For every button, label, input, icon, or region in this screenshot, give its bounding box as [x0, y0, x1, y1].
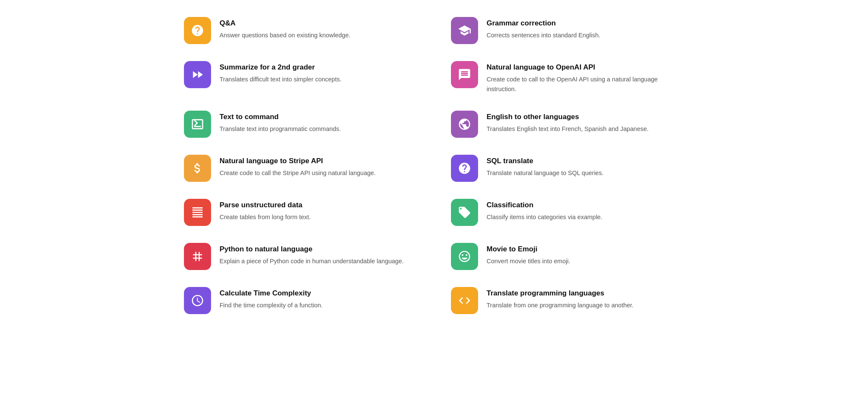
tag-icon [451, 199, 478, 226]
graduation-icon [451, 17, 478, 44]
item-desc-parse: Create tables from long form text. [220, 212, 417, 222]
item-desc-grammar: Corrects sentences into standard English… [487, 31, 684, 40]
item-sql[interactable]: SQL translate Translate natural language… [451, 155, 684, 182]
item-text-python: Python to natural language Explain a pie… [220, 243, 417, 266]
item-text-sql: SQL translate Translate natural language… [487, 155, 684, 178]
item-desc-english-languages: Translates English text into French, Spa… [487, 124, 684, 134]
item-title-natural-openai: Natural language to OpenAI API [487, 63, 684, 72]
item-english-languages[interactable]: English to other languages Translates En… [451, 111, 684, 138]
dollar-icon [184, 155, 211, 182]
item-text-classification: Classification Classify items into categ… [487, 199, 684, 222]
globe-icon [451, 111, 478, 138]
item-title-summarize: Summarize for a 2nd grader [220, 63, 417, 72]
item-desc-movie-emoji: Convert movie titles into emoji. [487, 256, 684, 266]
item-text-natural-openai: Natural language to OpenAI API Create co… [487, 61, 684, 94]
item-desc-classification: Classify items into categories via examp… [487, 212, 684, 222]
item-desc-time-complexity: Find the time complexity of a function. [220, 301, 417, 310]
question-icon [451, 155, 478, 182]
item-text-text-command: Text to command Translate text into prog… [220, 111, 417, 134]
item-qa[interactable]: Q&A Answer questions based on existing k… [184, 17, 417, 44]
item-title-translate-lang: Translate programming languages [487, 289, 684, 298]
terminal-icon [184, 111, 211, 138]
item-desc-natural-stripe: Create code to call the Stripe API using… [220, 168, 417, 178]
question-icon [184, 17, 211, 44]
item-title-parse: Parse unstructured data [220, 200, 417, 210]
item-desc-natural-openai: Create code to call to the OpenAI API us… [487, 75, 684, 94]
item-text-english-languages: English to other languages Translates En… [487, 111, 684, 134]
item-desc-text-command: Translate text into programmatic command… [220, 124, 417, 134]
clock-icon [184, 287, 211, 314]
item-text-natural-stripe: Natural language to Stripe API Create co… [220, 155, 417, 178]
item-text-grammar: Grammar correction Corrects sentences in… [487, 17, 684, 40]
item-title-sql: SQL translate [487, 156, 684, 166]
item-title-movie-emoji: Movie to Emoji [487, 245, 684, 254]
smile-icon [451, 243, 478, 270]
item-text-time-complexity: Calculate Time Complexity Find the time … [220, 287, 417, 310]
item-natural-stripe[interactable]: Natural language to Stripe API Create co… [184, 155, 417, 182]
item-python[interactable]: Python to natural language Explain a pie… [184, 243, 417, 270]
item-desc-qa: Answer questions based on existing knowl… [220, 31, 417, 40]
item-desc-translate-lang: Translate from one programming language … [487, 301, 684, 310]
item-text-translate-lang: Translate programming languages Translat… [487, 287, 684, 310]
item-title-classification: Classification [487, 200, 684, 210]
item-text-movie-emoji: Movie to Emoji Convert movie titles into… [487, 243, 684, 266]
item-movie-emoji[interactable]: Movie to Emoji Convert movie titles into… [451, 243, 684, 270]
item-title-english-languages: English to other languages [487, 112, 684, 122]
item-text-summarize: Summarize for a 2nd grader Translates di… [220, 61, 417, 84]
item-grammar[interactable]: Grammar correction Corrects sentences in… [451, 17, 684, 44]
item-title-text-command: Text to command [220, 112, 417, 122]
code-icon [451, 287, 478, 314]
item-text-parse: Parse unstructured data Create tables fr… [220, 199, 417, 222]
item-text-command[interactable]: Text to command Translate text into prog… [184, 111, 417, 138]
item-time-complexity[interactable]: Calculate Time Complexity Find the time … [184, 287, 417, 314]
item-title-natural-stripe: Natural language to Stripe API [220, 156, 417, 166]
item-title-python: Python to natural language [220, 245, 417, 254]
item-desc-summarize: Translates difficult text into simpler c… [220, 75, 417, 84]
item-text-qa: Q&A Answer questions based on existing k… [220, 17, 417, 40]
item-natural-openai[interactable]: Natural language to OpenAI API Create co… [451, 61, 684, 94]
item-title-grammar: Grammar correction [487, 19, 684, 28]
table-icon [184, 199, 211, 226]
item-parse[interactable]: Parse unstructured data Create tables fr… [184, 199, 417, 226]
item-translate-lang[interactable]: Translate programming languages Translat… [451, 287, 684, 314]
item-title-time-complexity: Calculate Time Complexity [220, 289, 417, 298]
items-grid: Q&A Answer questions based on existing k… [184, 17, 684, 314]
main-content: Q&A Answer questions based on existing k… [159, 8, 709, 393]
item-classification[interactable]: Classification Classify items into categ… [451, 199, 684, 226]
item-summarize[interactable]: Summarize for a 2nd grader Translates di… [184, 61, 417, 94]
item-title-qa: Q&A [220, 19, 417, 28]
item-desc-sql: Translate natural language to SQL querie… [487, 168, 684, 178]
item-desc-python: Explain a piece of Python code in human … [220, 256, 417, 266]
chat-icon [451, 61, 478, 88]
hash-icon [184, 243, 211, 270]
forward-icon [184, 61, 211, 88]
